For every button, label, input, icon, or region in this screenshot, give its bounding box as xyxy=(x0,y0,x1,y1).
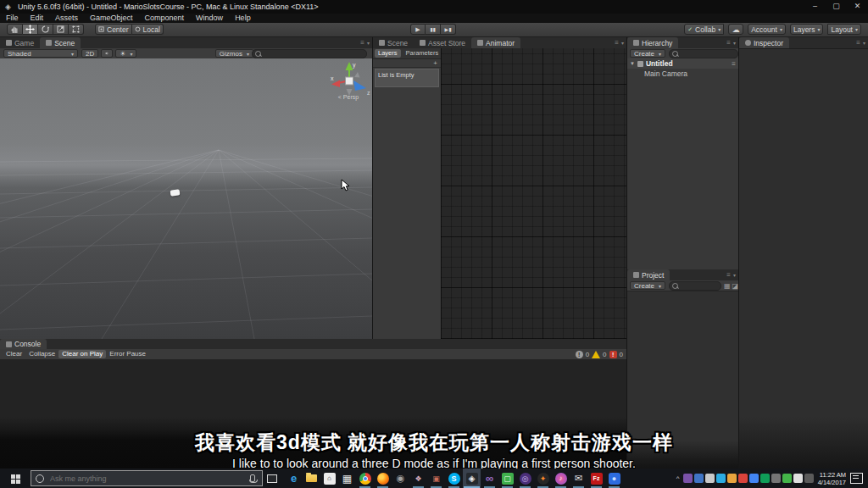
layout-button[interactable]: Layout ▾ xyxy=(827,24,861,35)
media-app-icon[interactable]: ▣ xyxy=(427,469,445,488)
calculator-icon[interactable]: ▦ xyxy=(338,469,356,488)
hierarchy-scene-row[interactable]: ▼ Untitled ≡ xyxy=(627,58,738,69)
tray-expand-icon[interactable]: ^ xyxy=(674,474,682,482)
tray-icon[interactable] xyxy=(749,474,759,483)
mail-app-icon[interactable]: ✉ xyxy=(570,469,587,488)
tray-icon[interactable] xyxy=(771,474,781,483)
scale-tool-icon[interactable] xyxy=(53,24,69,35)
toggle-2d-button[interactable]: 2D xyxy=(81,49,98,58)
task-view-button[interactable] xyxy=(263,469,281,488)
panel-dropdown-icon[interactable]: ▾ xyxy=(733,272,736,278)
tray-icon[interactable] xyxy=(782,474,792,483)
project-create-button[interactable]: Create ▾ xyxy=(630,281,665,290)
close-button[interactable]: ✕ xyxy=(847,0,868,14)
perspective-label[interactable]: < Persp xyxy=(325,94,372,100)
file-explorer-icon[interactable] xyxy=(303,469,320,488)
console-clear-on-play-button[interactable]: Clear on Play xyxy=(58,350,106,358)
tray-icon[interactable] xyxy=(793,474,803,483)
menu-help[interactable]: Help xyxy=(229,14,257,23)
rect-tool-icon[interactable] xyxy=(69,24,84,35)
obs-app-icon[interactable]: ● xyxy=(605,469,623,488)
parameters-subtab[interactable]: Parameters xyxy=(403,49,442,58)
panel-dropdown-icon[interactable]: ▾ xyxy=(863,40,865,46)
warning-icon[interactable] xyxy=(592,351,600,358)
project-search-field[interactable] xyxy=(669,281,721,291)
minimize-button[interactable]: – xyxy=(804,0,826,14)
cortana-search-box[interactable] xyxy=(31,470,263,486)
console-clear-button[interactable]: Clear xyxy=(3,350,25,358)
pivot-local-button[interactable]: Local xyxy=(132,24,164,35)
hierarchy-create-button[interactable]: Create ▾ xyxy=(630,49,665,58)
panel-menu-icon[interactable]: ≡ xyxy=(856,39,860,47)
foldout-icon[interactable]: ▼ xyxy=(630,61,635,66)
shading-mode-dropdown[interactable]: Shaded ▾ xyxy=(3,49,78,58)
green-app-icon[interactable]: ▢ xyxy=(498,469,516,488)
tray-icon[interactable] xyxy=(716,474,726,483)
menu-file[interactable]: File xyxy=(0,14,25,23)
add-layer-button[interactable]: + xyxy=(433,59,437,67)
console-collapse-button[interactable]: Collapse xyxy=(25,350,58,358)
hand-tool-icon[interactable] xyxy=(7,24,23,35)
hierarchy-search-field[interactable] xyxy=(669,49,738,58)
info-icon[interactable]: ! xyxy=(576,351,583,358)
firefox-icon[interactable] xyxy=(374,469,392,488)
microphone-icon[interactable] xyxy=(250,474,255,482)
music-app-icon[interactable]: ♪ xyxy=(552,469,570,488)
scene-context-menu-icon[interactable]: ≡ xyxy=(732,60,736,68)
scene-search-field[interactable] xyxy=(252,49,367,58)
skype-icon[interactable]: S xyxy=(445,469,463,488)
tab-game[interactable]: Game xyxy=(0,37,40,48)
menu-window[interactable]: Window xyxy=(190,14,229,23)
tab-scene-2[interactable]: Scene xyxy=(373,37,414,48)
maximize-button[interactable]: ▢ xyxy=(826,0,847,14)
store-icon[interactable]: ⌂ xyxy=(320,469,338,488)
filezilla-icon[interactable]: Fz xyxy=(587,469,605,488)
start-button[interactable] xyxy=(0,469,31,488)
layers-button[interactable]: Layers ▾ xyxy=(790,24,824,35)
scene-effects-dropdown[interactable]: ☀ ▾ xyxy=(115,49,136,58)
play-button[interactable]: ▶ xyxy=(410,24,426,35)
tab-console[interactable]: Console xyxy=(0,339,47,349)
move-tool-icon[interactable] xyxy=(23,24,38,35)
panel-menu-icon[interactable]: ≡ xyxy=(726,271,731,279)
tray-icon[interactable] xyxy=(705,474,715,483)
panel-dropdown-icon[interactable]: ▾ xyxy=(733,40,736,46)
tab-inspector[interactable]: Inspector xyxy=(739,37,789,48)
pause-button[interactable]: ▮▮ xyxy=(426,24,441,35)
tab-animator[interactable]: Animator xyxy=(471,37,520,48)
account-button[interactable]: Account ▾ xyxy=(748,24,786,35)
tray-icon[interactable] xyxy=(804,474,814,483)
tray-icon[interactable] xyxy=(738,474,748,483)
chrome-icon[interactable] xyxy=(356,469,374,488)
collab-button[interactable]: ✓ Collab ▾ xyxy=(684,24,724,35)
tab-project[interactable]: Project xyxy=(627,269,670,280)
tray-icon[interactable] xyxy=(727,474,737,483)
edge-icon[interactable]: e xyxy=(285,469,303,488)
pinwheel-app-icon[interactable]: ✦ xyxy=(534,469,552,488)
pivot-center-button[interactable]: Center xyxy=(95,24,132,35)
tray-icon[interactable] xyxy=(694,474,704,483)
photos-app-icon[interactable]: ❖ xyxy=(409,469,427,488)
scene-viewport[interactable]: x y z < Persp xyxy=(0,58,372,339)
console-error-pause-button[interactable]: Error Pause xyxy=(106,350,149,358)
panel-menu-icon[interactable]: ≡ xyxy=(615,39,619,47)
search-by-label-icon[interactable]: ◪ xyxy=(732,282,738,290)
tab-scene[interactable]: Scene xyxy=(40,37,81,48)
tray-icon[interactable] xyxy=(683,474,693,483)
menu-assets[interactable]: Assets xyxy=(49,14,84,23)
panel-dropdown-icon[interactable]: ▾ xyxy=(621,40,624,46)
step-button[interactable]: ▶▮ xyxy=(441,24,456,35)
camera-app-icon[interactable]: ◉ xyxy=(392,469,409,488)
taskbar-search-input[interactable] xyxy=(48,474,246,484)
search-by-type-icon[interactable]: ▦ xyxy=(724,282,731,290)
cloud-button[interactable]: ☁ xyxy=(728,24,743,35)
menu-edit[interactable]: Edit xyxy=(25,14,50,23)
panel-menu-icon[interactable]: ≡ xyxy=(360,39,364,47)
animator-graph-area[interactable] xyxy=(441,48,626,339)
taskbar-clock[interactable]: 11:22 AM 4/14/2017 xyxy=(818,471,846,486)
tab-hierarchy[interactable]: Hierarchy xyxy=(627,37,678,48)
unity-taskbar-icon[interactable]: ◈ xyxy=(463,469,481,488)
tab-asset-store[interactable]: Asset Store xyxy=(414,37,471,48)
tray-icon[interactable] xyxy=(760,474,770,483)
rotate-tool-icon[interactable] xyxy=(38,24,53,35)
